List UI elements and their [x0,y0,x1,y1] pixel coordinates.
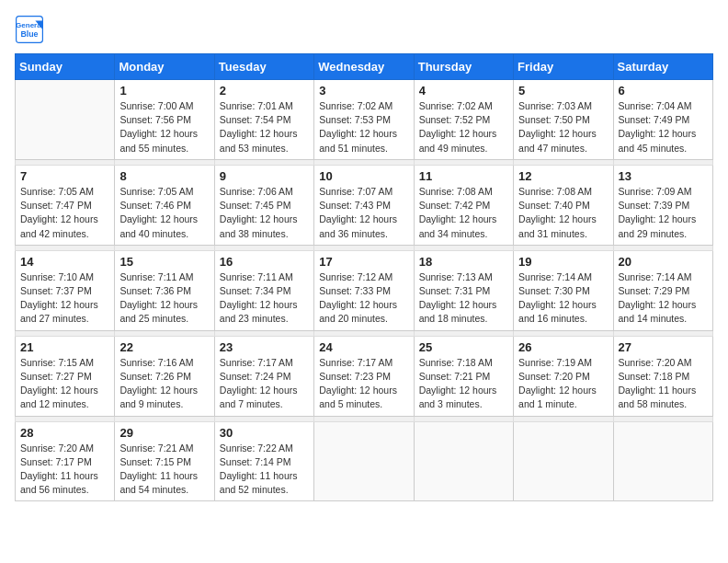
day-number: 12 [518,169,608,183]
day-info: Sunrise: 7:14 AM Sunset: 7:29 PM Dayligh… [619,270,708,327]
day-info: Sunrise: 7:13 AM Sunset: 7:31 PM Dayligh… [419,270,508,327]
calendar-cell: 18Sunrise: 7:13 AM Sunset: 7:31 PM Dayli… [414,250,513,330]
day-info: Sunrise: 7:08 AM Sunset: 7:42 PM Dayligh… [419,185,508,241]
day-number: 16 [220,255,309,269]
day-info: Sunrise: 7:02 AM Sunset: 7:53 PM Dayligh… [319,99,408,155]
day-number: 25 [419,340,508,354]
calendar-cell: 23Sunrise: 7:17 AM Sunset: 7:24 PM Dayli… [214,336,313,416]
day-info: Sunrise: 7:06 AM Sunset: 7:45 PM Dayligh… [220,185,309,241]
calendar-cell: 19Sunrise: 7:14 AM Sunset: 7:30 PM Dayli… [514,250,613,330]
day-number: 27 [619,340,708,354]
calendar-week-row: 7Sunrise: 7:05 AM Sunset: 7:47 PM Daylig… [16,165,713,245]
day-info: Sunrise: 7:09 AM Sunset: 7:39 PM Dayligh… [619,185,708,241]
day-number: 22 [119,340,209,354]
calendar-header-row: SundayMondayTuesdayWednesdayThursdayFrid… [16,54,713,80]
logo-icon: General Blue [15,15,44,44]
day-number: 6 [619,84,708,98]
calendar-cell: 4Sunrise: 7:02 AM Sunset: 7:52 PM Daylig… [414,80,513,160]
day-info: Sunrise: 7:14 AM Sunset: 7:30 PM Dayligh… [518,270,608,327]
calendar-cell: 26Sunrise: 7:19 AM Sunset: 7:20 PM Dayli… [514,336,613,416]
logo: General Blue [15,15,48,44]
day-info: Sunrise: 7:07 AM Sunset: 7:43 PM Dayligh… [319,185,408,241]
day-info: Sunrise: 7:20 AM Sunset: 7:17 PM Dayligh… [20,442,109,498]
day-number: 1 [119,84,209,98]
day-number: 19 [518,255,608,269]
day-info: Sunrise: 7:20 AM Sunset: 7:18 PM Dayligh… [619,356,708,412]
calendar-cell: 21Sunrise: 7:15 AM Sunset: 7:27 PM Dayli… [16,336,115,416]
day-number: 14 [20,255,109,269]
day-number: 17 [319,255,408,269]
calendar-cell: 25Sunrise: 7:18 AM Sunset: 7:21 PM Dayli… [414,336,513,416]
calendar-cell: 22Sunrise: 7:16 AM Sunset: 7:26 PM Dayli… [115,336,214,416]
day-number: 18 [419,255,508,269]
day-info: Sunrise: 7:16 AM Sunset: 7:26 PM Dayligh… [119,356,209,412]
day-number: 3 [319,84,408,98]
day-number: 15 [119,255,209,269]
day-info: Sunrise: 7:11 AM Sunset: 7:36 PM Dayligh… [119,270,209,327]
day-info: Sunrise: 7:15 AM Sunset: 7:27 PM Dayligh… [20,356,109,412]
weekday-header: Thursday [414,54,513,80]
day-info: Sunrise: 7:10 AM Sunset: 7:37 PM Dayligh… [20,270,109,327]
day-info: Sunrise: 7:17 AM Sunset: 7:23 PM Dayligh… [319,356,408,412]
day-info: Sunrise: 7:04 AM Sunset: 7:49 PM Dayligh… [619,99,708,155]
calendar-cell [16,80,115,160]
day-number: 10 [319,169,408,183]
calendar-cell: 2Sunrise: 7:01 AM Sunset: 7:54 PM Daylig… [214,80,313,160]
day-number: 7 [20,169,109,183]
page-header: General Blue [15,15,713,44]
weekday-header: Friday [514,54,613,80]
weekday-header: Sunday [16,54,115,80]
day-number: 20 [619,255,708,269]
calendar-cell: 13Sunrise: 7:09 AM Sunset: 7:39 PM Dayli… [613,165,712,245]
weekday-header: Saturday [613,54,712,80]
calendar-cell [514,421,613,501]
day-number: 13 [619,169,708,183]
calendar-cell: 14Sunrise: 7:10 AM Sunset: 7:37 PM Dayli… [16,250,115,330]
calendar-cell [613,421,712,501]
calendar-cell [414,421,513,501]
day-info: Sunrise: 7:00 AM Sunset: 7:56 PM Dayligh… [119,99,209,155]
calendar-week-row: 28Sunrise: 7:20 AM Sunset: 7:17 PM Dayli… [16,421,713,501]
calendar-cell: 6Sunrise: 7:04 AM Sunset: 7:49 PM Daylig… [613,80,712,160]
calendar-cell: 9Sunrise: 7:06 AM Sunset: 7:45 PM Daylig… [214,165,313,245]
day-info: Sunrise: 7:17 AM Sunset: 7:24 PM Dayligh… [220,356,309,412]
day-number: 30 [220,426,309,440]
day-number: 24 [319,340,408,354]
calendar-cell: 5Sunrise: 7:03 AM Sunset: 7:50 PM Daylig… [514,80,613,160]
calendar-week-row: 21Sunrise: 7:15 AM Sunset: 7:27 PM Dayli… [16,336,713,416]
calendar-cell: 17Sunrise: 7:12 AM Sunset: 7:33 PM Dayli… [314,250,414,330]
day-info: Sunrise: 7:03 AM Sunset: 7:50 PM Dayligh… [518,99,608,155]
calendar-cell [314,421,414,501]
day-info: Sunrise: 7:19 AM Sunset: 7:20 PM Dayligh… [518,356,608,412]
day-number: 5 [518,84,608,98]
day-info: Sunrise: 7:18 AM Sunset: 7:21 PM Dayligh… [419,356,508,412]
calendar-cell: 24Sunrise: 7:17 AM Sunset: 7:23 PM Dayli… [314,336,414,416]
calendar-cell: 28Sunrise: 7:20 AM Sunset: 7:17 PM Dayli… [16,421,115,501]
day-number: 4 [419,84,508,98]
day-info: Sunrise: 7:02 AM Sunset: 7:52 PM Dayligh… [419,99,508,155]
calendar-cell: 8Sunrise: 7:05 AM Sunset: 7:46 PM Daylig… [115,165,214,245]
day-info: Sunrise: 7:11 AM Sunset: 7:34 PM Dayligh… [220,270,309,327]
weekday-header: Tuesday [214,54,313,80]
calendar-cell: 30Sunrise: 7:22 AM Sunset: 7:14 PM Dayli… [214,421,313,501]
day-number: 11 [419,169,508,183]
calendar-cell: 7Sunrise: 7:05 AM Sunset: 7:47 PM Daylig… [16,165,115,245]
calendar-cell: 15Sunrise: 7:11 AM Sunset: 7:36 PM Dayli… [115,250,214,330]
day-number: 26 [518,340,608,354]
calendar-cell: 11Sunrise: 7:08 AM Sunset: 7:42 PM Dayli… [414,165,513,245]
calendar-cell: 3Sunrise: 7:02 AM Sunset: 7:53 PM Daylig… [314,80,414,160]
day-number: 2 [220,84,309,98]
day-number: 21 [20,340,109,354]
day-info: Sunrise: 7:22 AM Sunset: 7:14 PM Dayligh… [220,442,309,498]
svg-text:Blue: Blue [20,29,38,39]
weekday-header: Monday [115,54,214,80]
day-number: 28 [20,426,109,440]
day-info: Sunrise: 7:21 AM Sunset: 7:15 PM Dayligh… [119,442,209,498]
calendar-cell: 10Sunrise: 7:07 AM Sunset: 7:43 PM Dayli… [314,165,414,245]
calendar-cell: 29Sunrise: 7:21 AM Sunset: 7:15 PM Dayli… [115,421,214,501]
day-info: Sunrise: 7:01 AM Sunset: 7:54 PM Dayligh… [220,99,309,155]
calendar-cell: 1Sunrise: 7:00 AM Sunset: 7:56 PM Daylig… [115,80,214,160]
day-number: 8 [119,169,209,183]
calendar-week-row: 14Sunrise: 7:10 AM Sunset: 7:37 PM Dayli… [16,250,713,330]
calendar-week-row: 1Sunrise: 7:00 AM Sunset: 7:56 PM Daylig… [16,80,713,160]
